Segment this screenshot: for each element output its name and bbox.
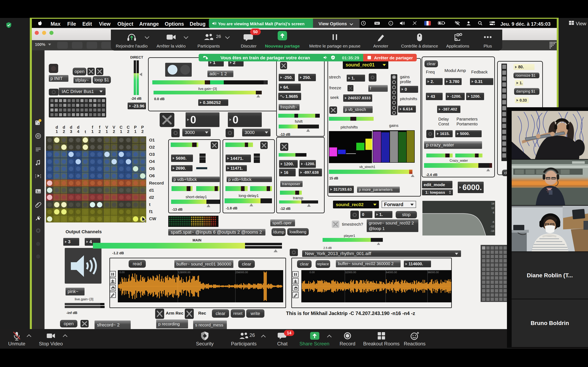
svg-text:-18: -18 [490, 229, 494, 233]
svg-text:-6: -6 [492, 220, 494, 224]
svg-text:-12: -12 [490, 225, 494, 228]
svg-text:6: 6 [493, 211, 494, 214]
svg-text:i: i [390, 22, 391, 25]
svg-text:18: 18 [492, 202, 494, 205]
svg-text:12: 12 [492, 207, 494, 210]
